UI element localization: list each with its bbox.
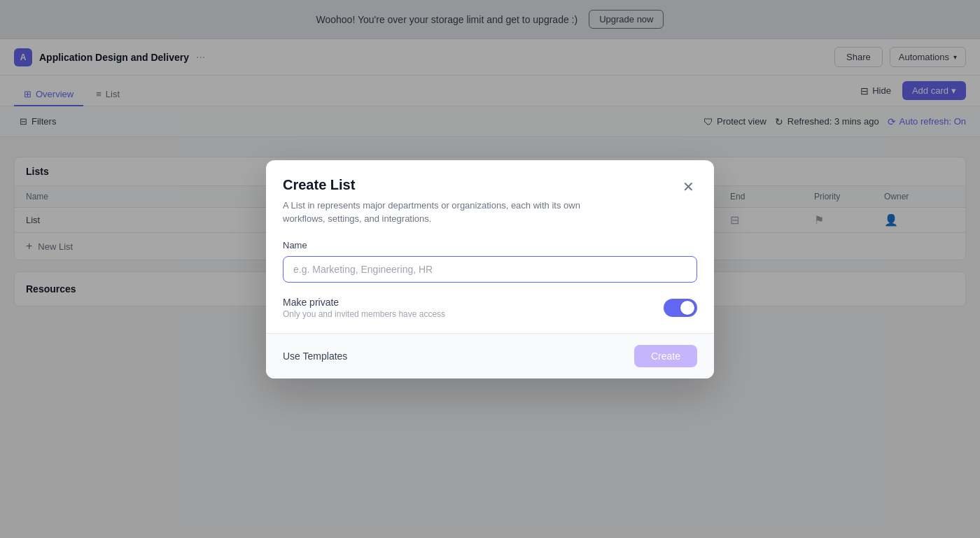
make-private-label: Make private [283, 297, 445, 308]
modal-header: Create List A List in represents major d… [266, 160, 714, 226]
list-name-input[interactable] [283, 256, 697, 283]
make-private-row: Make private Only you and invited member… [283, 297, 697, 319]
make-private-sublabel: Only you and invited members have access [283, 309, 445, 319]
modal-footer: Use Templates Create [266, 333, 714, 378]
modal-overlay[interactable]: Create List A List in represents major d… [0, 0, 980, 538]
use-templates-button[interactable]: Use Templates [283, 351, 347, 362]
modal-body: Name Make private Only you and invited m… [266, 226, 714, 333]
modal-title: Create List [283, 177, 619, 193]
create-list-modal: Create List A List in represents major d… [266, 160, 714, 378]
create-button[interactable]: Create [634, 345, 697, 367]
name-field-label: Name [283, 240, 697, 250]
modal-close-button[interactable]: ✕ [680, 177, 697, 197]
modal-subtitle: A List in represents major departments o… [283, 199, 619, 226]
make-private-toggle[interactable] [664, 299, 697, 317]
toggle-knob [680, 301, 694, 315]
